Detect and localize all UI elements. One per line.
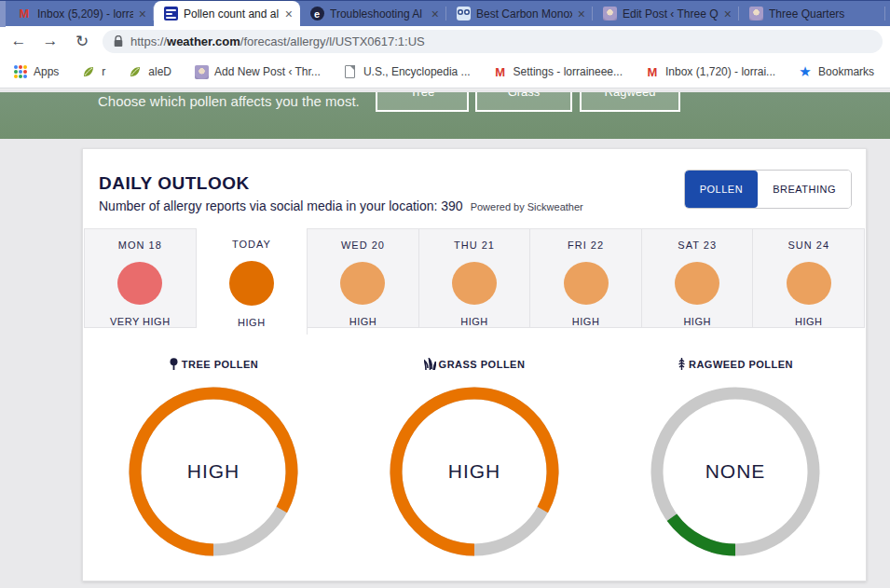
ragweed-button[interactable]: Ragweed [580,92,680,112]
weather-channel-icon [163,7,178,21]
tab-title: Pollen count and al [184,7,280,21]
page-icon [343,64,358,79]
e-circle-icon: e [309,7,324,21]
bookmark-apps[interactable]: Apps [13,64,59,79]
tab-close-icon[interactable]: × [431,7,439,21]
gauge-ring: HIGH [386,383,563,560]
pollen-toggle-button[interactable]: POLLEN [685,171,758,208]
tab-gmail-inbox[interactable]: M Inbox (5,209) - lorra × [7,1,154,26]
pollen-level-dot [340,262,385,305]
day-label: MON 18 [118,239,162,251]
pollen-level-label: HIGH [572,316,600,327]
gmail-icon: M [493,64,508,79]
browser-window: M Inbox (5,209) - lorra × Pollen count a… [0,0,890,588]
avatar-icon [602,7,617,21]
card-header: DAILY OUTLOOK Number of allergy reports … [83,149,866,228]
pollen-level-dot [452,262,497,305]
bookmark-add-new-post[interactable]: Add New Post ‹ Thr... [194,64,321,79]
tab-troubleshooting[interactable]: e Troubleshooting Al × [300,1,446,26]
pollen-level-dot [564,262,609,305]
grass-button[interactable]: Grass [475,92,572,112]
day-label: FRI 22 [568,239,604,251]
lock-icon[interactable] [114,35,123,48]
bookmark-label: U.S., Encyclopedia ... [363,65,471,78]
bookmark-encyclopedia[interactable]: U.S., Encyclopedia ... [343,64,471,79]
pollen-level-label: HIGH [238,317,266,328]
address-bar[interactable]: https://weather.com/forecast/allergy/l/U… [103,30,883,53]
star-icon: ★ [798,64,813,79]
tab-close-icon[interactable]: × [724,7,732,21]
gauge-label: TREE POLLEN [169,358,259,370]
day-label: SAT 23 [678,239,717,251]
bookmark-label: Inbox (1,720) - lorrai... [665,65,775,78]
tab-strip: M Inbox (5,209) - lorra × Pollen count a… [0,0,890,26]
bookmark-bookmarks[interactable]: ★ Bookmarks [798,64,874,79]
day-label: WED 20 [341,239,385,251]
leaf-icon [128,64,143,79]
bookmark-aled[interactable]: aleD [128,64,171,79]
tab-close-icon[interactable]: × [578,7,585,21]
page-content: Choose which pollen affects you the most… [0,89,890,588]
tab-three-quarters[interactable]: Three Quarters [739,1,885,26]
tab-title: Inbox (5,209) - lorra [37,7,133,21]
gauge-value: HIGH [386,383,563,560]
grass-icon [424,358,436,370]
grass-pollen-gauge: GRASS POLLEN HIGH [344,358,605,560]
day-card-thu21[interactable]: THU 21 HIGH [419,228,531,328]
gauge-label: RAGWEED POLLEN [678,358,793,370]
banner-text: Choose which pollen affects you the most… [98,93,360,109]
tree-icon [169,358,179,370]
day-forecast-row: MON 18 VERY HIGH TODAY HIGH WED 20 HIGH … [83,228,866,328]
tree-pollen-gauge: TREE POLLEN HIGH [83,358,344,560]
gauge-value: HIGH [125,383,302,560]
browser-toolbar: ← → ↻ https://weather.com/forecast/aller… [0,26,890,56]
pollen-level-label: HIGH [349,316,377,327]
bookmark-gmail-inbox[interactable]: M Inbox (1,720) - lorrai... [645,64,775,79]
day-card-sun24[interactable]: SUN 24 HIGH [753,228,865,328]
pollen-level-label: HIGH [460,316,488,327]
day-label: SUN 24 [787,239,829,251]
reload-icon[interactable]: ↻ [71,32,93,51]
back-icon[interactable]: ← [7,32,30,50]
pollen-level-label: VERY HIGH [110,316,171,327]
tab-close-icon[interactable]: × [139,7,146,21]
tab-carbon-monoxide[interactable]: Best Carbon Monox × [446,1,593,26]
bookmark-label: Apps [34,65,59,78]
bookmark-label: Settings - lorraineee... [513,65,623,78]
gauge-label: GRASS POLLEN [424,358,526,370]
ragweed-pollen-gauge: RAGWEED POLLEN NONE [605,358,866,560]
tab-title: Best Carbon Monox [476,7,572,21]
day-card-wed20[interactable]: WED 20 HIGH [308,228,419,328]
ragweed-icon [678,358,686,370]
day-label: THU 21 [454,239,495,251]
avatar-icon [194,64,209,79]
bookmarks-bar: Apps r aleD Add New Post ‹ Thr... U.S., … [0,56,890,89]
bookmark-r[interactable]: r [81,64,105,79]
tree-button[interactable]: Tree [376,92,469,112]
tab-title: Troubleshooting Al [330,7,426,21]
apps-grid-icon [13,64,28,79]
tab-edit-post[interactable]: Edit Post ‹ Three Qu × [593,1,739,26]
pollen-breathing-toggle: POLLEN BREATHING [684,170,852,209]
day-card-sat23[interactable]: SAT 23 HIGH [642,228,754,328]
pollen-choice-banner: Choose which pollen affects you the most… [0,92,890,139]
breathing-toggle-button[interactable]: BREATHING [758,171,851,208]
forward-icon[interactable]: → [39,32,62,50]
pollen-gauges: TREE POLLEN HIGH GRASS POLLEN [83,358,866,560]
bookmark-gmail-settings[interactable]: M Settings - lorraineee... [493,64,623,79]
pollen-level-label: HIGH [683,316,711,327]
day-card-fri22[interactable]: FRI 22 HIGH [530,228,642,328]
day-card-mon18[interactable]: MON 18 VERY HIGH [84,228,197,328]
tab-title: Three Quarters [769,7,878,21]
pollen-level-dot [229,261,274,306]
bookmark-label: aleD [148,65,171,78]
day-card-today[interactable]: TODAY HIGH [197,228,308,335]
gmail-icon: M [645,64,660,79]
pollen-level-dot [117,262,162,305]
url-text: https://weather.com/forecast/allergy/l/U… [130,34,425,48]
gauge-ring: NONE [647,383,824,560]
tab-pollen-count[interactable]: Pollen count and al × [154,1,300,26]
tab-close-icon[interactable]: × [285,7,293,21]
pollen-level-label: HIGH [795,316,823,327]
window-edge [0,1,6,27]
